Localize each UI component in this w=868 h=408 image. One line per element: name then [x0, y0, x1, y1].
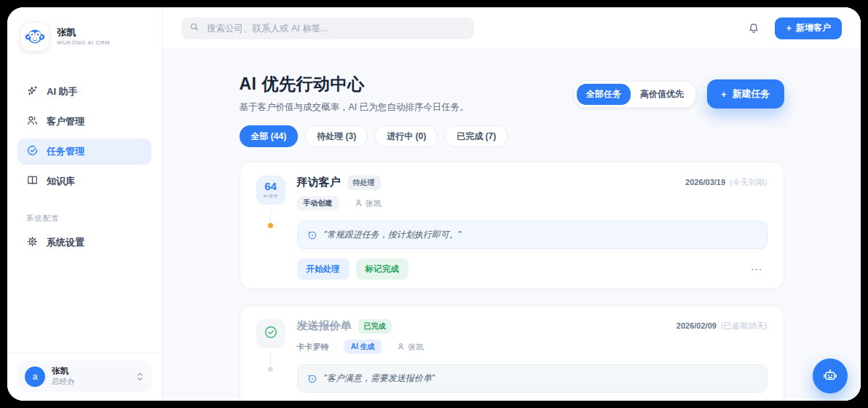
- assignee: 张凯: [397, 342, 424, 353]
- toggle-high-value[interactable]: 高价值优先: [631, 84, 693, 105]
- user-menu[interactable]: a 张凯 总经办: [17, 361, 151, 392]
- bell-icon[interactable]: [747, 22, 760, 35]
- task-body: 拜访客户 待处理 2026/03/19 (今天到期) 手动创建 ·: [297, 176, 768, 280]
- sidebar-item-settings[interactable]: 系统设置: [17, 230, 151, 256]
- person-icon: [355, 199, 363, 208]
- page-subtitle: 基于客户价值与成交概率，AI 已为您自动排序今日任务。: [240, 101, 469, 114]
- users-icon: [26, 114, 39, 129]
- ai-score-label: AI 评分: [264, 193, 278, 200]
- chevron-up-down-icon: [135, 372, 144, 382]
- more-options-button[interactable]: ···: [747, 263, 768, 275]
- user-role: 总经办: [52, 377, 75, 387]
- search-input[interactable]: [205, 23, 466, 34]
- content-area: AI 优先行动中心 基于客户价值与成交概率，AI 已为您自动排序今日任务。 全部…: [162, 50, 861, 401]
- ai-score-badge: 64 AI 评分: [256, 176, 285, 205]
- task-actions: 开始处理 标记完成 ···: [297, 259, 768, 280]
- top-bar: + 新增客户: [162, 7, 861, 50]
- main-area: + 新增客户 AI 优先行动中心 基于客户价值与成交概率，AI 已为您自动排序今…: [162, 7, 861, 401]
- filter-all[interactable]: 全部 (44): [240, 125, 299, 147]
- page-header-text: AI 优先行动中心 基于客户价值与成交概率，AI 已为您自动排序今日任务。: [240, 73, 469, 114]
- topbar-actions: + 新增客户: [747, 17, 842, 39]
- due-date: 2026/02/09: [676, 321, 717, 330]
- company-name: 卡卡罗特: [297, 342, 329, 353]
- timeline-line: [270, 353, 271, 365]
- sparkles-icon: [26, 85, 39, 99]
- gear-icon: [26, 235, 39, 250]
- task-card: 64 AI 评分 拜访客户 待处理 2026/03/19: [240, 162, 784, 289]
- filter-pending[interactable]: 待处理 (3): [305, 125, 368, 147]
- ai-generated-tag: AI 生成: [344, 340, 382, 354]
- ai-note: "常规跟进任务，按计划执行即可。": [297, 221, 768, 249]
- due-note: (今天到期): [730, 178, 767, 187]
- robot-icon: [822, 367, 838, 385]
- sidebar-item-ai-assistant[interactable]: AI 助手: [17, 79, 151, 105]
- sidebar-item-customers[interactable]: 客户管理: [17, 109, 151, 135]
- task-card: 发送报价单 已完成 2026/02/09 (已逾期38天) 卡卡罗特 ·: [240, 305, 784, 401]
- brand-text: 张凯 WUKONG AI CRM: [57, 27, 110, 47]
- separator: ·: [346, 200, 348, 208]
- mark-complete-button[interactable]: 标记完成: [356, 259, 409, 280]
- toggle-all-tasks[interactable]: 全部任务: [577, 84, 631, 105]
- page-header-actions: 全部任务 高价值优先 + 新建任务: [574, 74, 784, 114]
- check-circle-icon: [26, 144, 39, 159]
- timeline-line: [270, 210, 271, 221]
- comment-icon: [307, 230, 317, 240]
- start-task-button[interactable]: 开始处理: [297, 259, 350, 280]
- sidebar-item-label: 任务管理: [47, 145, 84, 158]
- add-customer-button[interactable]: + 新增客户: [775, 17, 842, 39]
- sidebar-item-label: AI 助手: [47, 85, 78, 98]
- app-window: 张凯 WUKONG AI CRM AI 助手: [7, 7, 861, 401]
- task-rail: [256, 319, 285, 401]
- task-body: 发送报价单 已完成 2026/02/09 (已逾期38天) 卡卡罗特 ·: [297, 319, 768, 401]
- ai-note: "客户满意，需要发送报价单": [297, 364, 768, 393]
- task-title: 拜访客户: [297, 176, 341, 189]
- due-date-block: 2026/02/09 (已逾期38天): [676, 319, 768, 332]
- status-badge: 待处理: [347, 176, 381, 190]
- search-box[interactable]: [181, 17, 474, 39]
- ai-score-value: 64: [264, 181, 277, 192]
- sidebar-section-label: 系统配置: [7, 195, 162, 230]
- status-filters: 全部 (44) 待处理 (3) 进行中 (0) 已完成 (7): [240, 125, 784, 147]
- book-icon: [26, 174, 39, 189]
- new-task-button[interactable]: + 新建任务: [707, 79, 784, 109]
- done-dot: [268, 366, 273, 372]
- user-info: 张凯 总经办: [52, 366, 75, 387]
- sidebar-item-knowledge-base[interactable]: 知识库: [17, 168, 151, 195]
- assignee: 张凯: [355, 198, 382, 209]
- sidebar-item-tasks[interactable]: 任务管理: [17, 138, 151, 165]
- avatar: a: [25, 366, 45, 387]
- separator: ·: [336, 343, 338, 351]
- add-customer-label: 新增客户: [796, 22, 831, 34]
- person-icon: [397, 342, 405, 352]
- pending-dot: [268, 223, 273, 228]
- assignee-name: 张凯: [366, 198, 382, 209]
- note-text: "常规跟进任务，按计划执行即可。": [324, 229, 462, 241]
- ai-chat-fab[interactable]: [813, 358, 848, 393]
- plus-icon: +: [721, 90, 727, 99]
- sidebar-item-label: 知识库: [47, 175, 75, 188]
- sidebar-item-label: 客户管理: [47, 115, 84, 128]
- comment-icon: [307, 374, 317, 384]
- brand-subtitle: WUKONG AI CRM: [57, 39, 110, 46]
- brand-header: 张凯 WUKONG AI CRM: [7, 7, 162, 60]
- task-title: 发送报价单: [297, 319, 352, 333]
- status-badge: 已完成: [358, 319, 392, 334]
- sidebar-settings-group: 系统设置: [7, 230, 162, 256]
- sidebar: 张凯 WUKONG AI CRM AI 助手: [7, 7, 162, 401]
- sidebar-footer: a 张凯 总经办: [7, 353, 162, 401]
- filter-done[interactable]: 已完成 (7): [445, 125, 508, 147]
- due-date: 2026/03/19: [685, 178, 725, 187]
- new-task-label: 新建任务: [733, 87, 770, 101]
- user-name: 张凯: [52, 366, 75, 377]
- plus-icon: +: [786, 23, 792, 33]
- note-text: "客户满意，需要发送报价单": [324, 372, 435, 385]
- task-list: 64 AI 评分 拜访客户 待处理 2026/03/19: [240, 162, 784, 401]
- magnifier-icon: [189, 22, 200, 35]
- task-rail: 64 AI 评分: [256, 176, 285, 280]
- source-tag: 手动创建: [297, 196, 339, 211]
- page-header: AI 优先行动中心 基于客户价值与成交概率，AI 已为您自动排序今日任务。 全部…: [240, 73, 784, 114]
- filter-in-progress[interactable]: 进行中 (0): [375, 125, 438, 147]
- check-circle-green-icon: [263, 324, 279, 343]
- task-meta: 手动创建 · 张凯: [297, 196, 768, 211]
- sidebar-nav: AI 助手 客户管理: [7, 60, 162, 195]
